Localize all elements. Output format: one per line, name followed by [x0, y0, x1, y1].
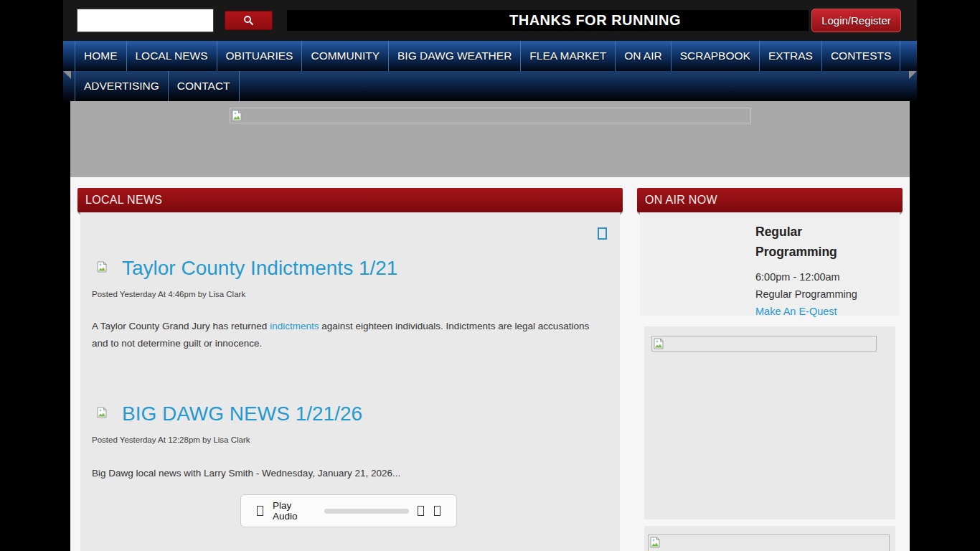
search-input[interactable]	[77, 9, 214, 32]
broken-image-icon	[97, 407, 107, 421]
marquee-banner: THANKS FOR RUNNING	[287, 10, 809, 31]
sidebar-widget-1	[644, 326, 895, 519]
ribbon-fold-right-icon	[909, 71, 917, 79]
article-1-body-link[interactable]: indictments	[270, 321, 319, 331]
on-air-now-header: ON AIR NOW	[637, 188, 903, 212]
article-2-body-text: Big Dawg local news with Larry Smith - W…	[92, 468, 400, 479]
top-header: THANKS FOR RUNNING Login/Register	[63, 0, 917, 41]
on-air-now-title: ON AIR NOW	[645, 194, 717, 206]
nav-item-obituaries[interactable]: OBITUARIES	[217, 41, 302, 71]
nav-row-1: HOME LOCAL NEWS OBITUARIES COMMUNITY BIG…	[63, 41, 917, 71]
marquee-text: THANKS FOR RUNNING	[287, 12, 681, 29]
page: THANKS FOR RUNNING Login/Register HOME L…	[0, 0, 980, 551]
nav-item-big-dawg-weather[interactable]: BIG DAWG WEATHER	[388, 41, 520, 71]
ribbon-fold-left-icon	[63, 71, 71, 79]
show-title: Regular Programming	[755, 222, 863, 262]
main-navigation: HOME LOCAL NEWS OBITUARIES COMMUNITY BIG…	[63, 41, 917, 101]
audio-menu-icon[interactable]	[434, 506, 440, 516]
broken-image-icon	[97, 261, 107, 276]
article-2-title[interactable]: BIG DAWG NEWS 1/21/26	[122, 402, 362, 425]
nav-item-local-news[interactable]: LOCAL NEWS	[126, 41, 217, 71]
nav-item-home[interactable]: HOME	[75, 41, 126, 71]
nav-item-flea-market[interactable]: FLEA MARKET	[520, 41, 615, 71]
login-register-button[interactable]: Login/Register	[811, 9, 901, 32]
broken-image-icon	[232, 111, 242, 123]
audio-player-label: Play Audio	[273, 500, 311, 522]
nav-item-extras[interactable]: EXTRAS	[759, 41, 821, 71]
article-1-title[interactable]: Taylor County Indictments 1/21	[122, 257, 397, 280]
local-news-panel: Taylor County Indictments 1/21 Posted Ye…	[80, 212, 620, 551]
make-an-equest-link[interactable]: Make An E-Quest	[755, 303, 837, 320]
nav-item-on-air[interactable]: ON AIR	[615, 41, 671, 71]
article-2-posted: Posted Yesterday At 12:28pm by Lisa Clar…	[92, 435, 606, 444]
broken-image-icon	[650, 538, 660, 550]
ad-banner-area	[70, 101, 910, 177]
local-news-title: LOCAL NEWS	[85, 194, 162, 206]
nav-item-scrapbook[interactable]: SCRAPBOOK	[671, 41, 759, 71]
article-1: Taylor County Indictments 1/21	[92, 257, 606, 280]
article-1-posted: Posted Yesterday At 4:46pm by Lisa Clark	[92, 290, 606, 298]
banner-image-placeholder	[230, 108, 751, 123]
audio-progress-bar[interactable]	[324, 509, 409, 514]
search-icon	[243, 15, 254, 26]
nav-item-contests[interactable]: CONTESTS	[821, 41, 900, 71]
sidebar-image-placeholder	[651, 336, 877, 352]
on-air-now-panel: Regular Programming 6:00pm - 12:00am Reg…	[640, 212, 900, 316]
article-2-body: Big Dawg local news with Larry Smith - W…	[92, 465, 606, 482]
search-button[interactable]	[225, 11, 273, 30]
play-icon[interactable]	[257, 506, 263, 516]
broken-image-icon	[654, 339, 664, 352]
volume-icon[interactable]	[418, 506, 424, 516]
nav-item-advertising[interactable]: ADVERTISING	[75, 71, 168, 101]
local-news-header: LOCAL NEWS	[77, 188, 623, 212]
article-2: BIG DAWG NEWS 1/21/26	[92, 402, 606, 425]
nav-item-community[interactable]: COMMUNITY	[301, 41, 388, 71]
content-area: LOCAL NEWS Taylor County Indictments 1/2…	[70, 177, 910, 551]
audio-player: Play Audio	[240, 494, 457, 527]
show-description: Regular Programming	[755, 286, 874, 303]
rss-icon[interactable]	[598, 227, 607, 240]
nav-row-2: ADVERTISING CONTACT	[63, 71, 917, 101]
on-air-show-info: Regular Programming 6:00pm - 12:00am Reg…	[755, 222, 874, 320]
sidebar-widget-2	[644, 526, 895, 551]
show-time: 6:00pm - 12:00am	[755, 268, 874, 286]
article-1-body-text: A Taylor County Grand Jury has returned	[92, 321, 270, 331]
sidebar-image-placeholder	[648, 534, 890, 551]
article-1-body: A Taylor County Grand Jury has returned …	[92, 318, 606, 352]
nav-item-contact[interactable]: CONTACT	[168, 71, 240, 101]
